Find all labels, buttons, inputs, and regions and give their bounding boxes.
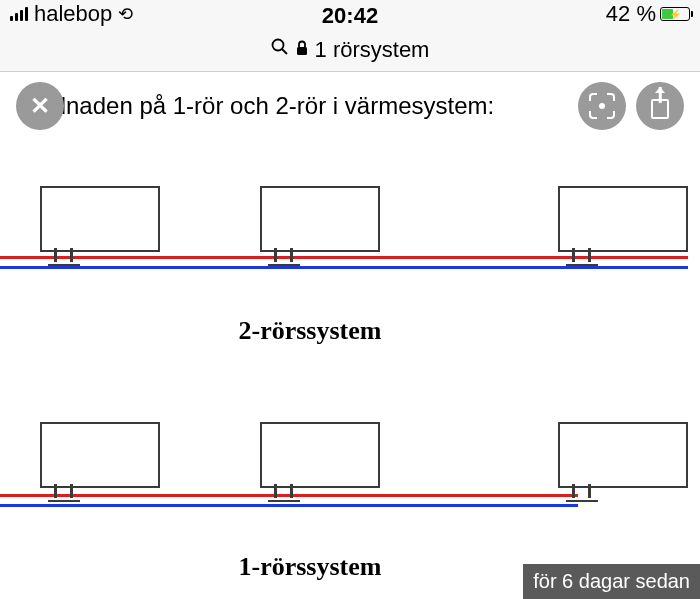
battery-percent: 42 %	[606, 1, 656, 27]
share-icon	[651, 99, 669, 119]
share-button[interactable]	[636, 82, 684, 130]
radiator	[558, 186, 688, 252]
return-pipe	[0, 504, 578, 507]
timestamp-badge: för 6 dagar sedan	[523, 564, 700, 599]
url-text: 1 rörsystem	[315, 37, 430, 63]
signal-strength-icon	[10, 7, 28, 21]
page-content: Skillnaden på 1-rör och 2-rör i värmesys…	[0, 72, 700, 582]
status-bar: halebop ⟲ 20:42 42 % ⚡	[0, 0, 700, 28]
radiator	[260, 186, 380, 252]
address-bar[interactable]: 1 rörsystem	[0, 28, 700, 72]
radiator	[260, 422, 380, 488]
radiator	[558, 422, 688, 488]
carrier-label: halebop	[34, 1, 112, 27]
lock-icon	[295, 40, 309, 60]
battery-icon: ⚡	[660, 7, 690, 21]
clock: 20:42	[322, 3, 378, 29]
radiator	[40, 422, 160, 488]
svg-rect-2	[297, 47, 307, 55]
radiator	[40, 186, 160, 252]
lens-icon	[589, 93, 615, 119]
hotspot-icon: ⟲	[118, 3, 133, 25]
close-icon: ✕	[30, 92, 50, 120]
search-icon	[271, 38, 289, 61]
svg-line-1	[282, 49, 287, 54]
status-right: 42 % ⚡	[606, 1, 690, 27]
close-button[interactable]: ✕	[16, 82, 64, 130]
return-pipe	[0, 266, 688, 269]
svg-point-0	[272, 40, 283, 51]
lens-button[interactable]	[578, 82, 626, 130]
diagram-2pipe	[0, 180, 700, 310]
heating-diagram: 2-rörssystem 1-rörssystem	[0, 180, 700, 582]
diagram-label-2pipe: 2-rörssystem	[0, 316, 700, 346]
status-left: halebop ⟲	[10, 1, 133, 27]
diagram-1pipe	[0, 416, 700, 546]
supply-pipe	[0, 256, 688, 259]
supply-pipe	[0, 494, 578, 497]
